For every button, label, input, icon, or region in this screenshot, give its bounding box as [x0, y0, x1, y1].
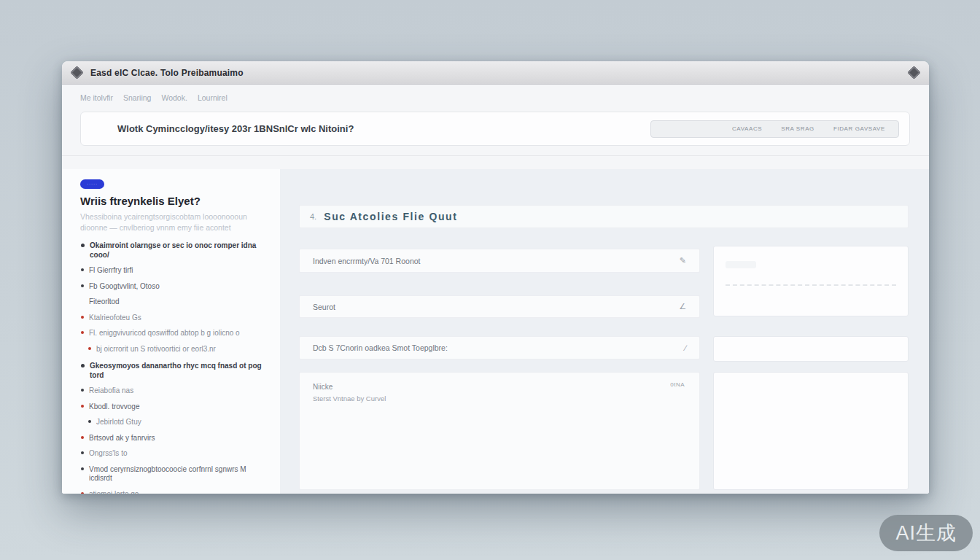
sidebar-item-label: Ktalrieofoteu Gs	[89, 314, 141, 323]
sidebar-list-item[interactable]: Jebirlotd Gtuy	[80, 418, 270, 427]
question-header-bar: Wlotk Cymincclogy/itesy 203r 1BNSnlCr wl…	[80, 112, 910, 146]
status-badge: ·····	[80, 179, 104, 189]
form-row-label: Dcb S 7Cnorin oadkea Smot Toepglbre:	[313, 343, 448, 352]
nav-link[interactable]: Lournirel	[198, 93, 228, 102]
note-title: Niicke	[313, 383, 686, 391]
ai-generated-watermark: AI生成	[879, 515, 973, 551]
sidebar-list-item[interactable]: Gkeosymoyos dananartho rhyc mcq fnasd ot…	[80, 362, 270, 380]
sidebar-item-list: Okaimroint olarngse or sec io onoc rompe…	[80, 241, 270, 494]
sidebar-list-item[interactable]: Fl. eniggvivuricod qoswiffod abtop b g i…	[80, 329, 270, 338]
titlebar-right-diamond-icon[interactable]	[907, 66, 920, 79]
sidebar-list-item[interactable]: bj oicrrorit un S rotivoortici or eorl3.…	[80, 345, 270, 354]
sidebar-item-label: Okaimroint olarngse or sec io onoc rompe…	[90, 241, 270, 260]
action-button[interactable]: Sra srag	[781, 125, 814, 132]
sidebar-list-item[interactable]: Okaimroint olarngse or sec io onoc rompe…	[80, 241, 270, 260]
form-row-label: Seurot	[313, 303, 335, 311]
bullet-icon	[81, 405, 84, 408]
form-row[interactable]: Dcb S 7Cnorin oadkea Smot Toepglbre: ∕	[299, 336, 700, 359]
bullet-icon	[81, 492, 84, 494]
note-corner-label: 0tNA	[670, 381, 685, 388]
sidebar-item-label: Fl Gierrfry tirfi	[89, 266, 133, 276]
bullet-icon	[81, 451, 84, 454]
bullet-icon	[81, 389, 84, 392]
sidebar-item-label: Brtsovd ak y fanrvirs	[89, 434, 155, 443]
sidebar-item-label: bj oicrrorit un S rotivoortici or eorl3.…	[96, 345, 216, 354]
sidebar-item-label: Fiteorltod	[89, 298, 120, 307]
bullet-icon	[81, 331, 84, 334]
sidebar-list-item[interactable]: Fb Googtvvlint, Otoso	[80, 282, 270, 292]
nav-link[interactable]: Wodok.	[161, 93, 187, 102]
sidebar-item-label: Ongrss'ls to	[89, 449, 127, 459]
sidebar-description: Vhessiboina ycairengtsorgiscobtam loooon…	[80, 211, 262, 233]
bullet-icon	[81, 284, 84, 287]
placeholder-card	[713, 246, 909, 316]
sidebar-list-item[interactable]: Fiteorltod	[80, 298, 270, 307]
action-button[interactable]: Cavaacs	[732, 125, 762, 132]
header-divider	[62, 155, 929, 156]
title-bar: Easd elC Clcae. Tolo Preibamuaimo	[62, 61, 929, 85]
edit-icon[interactable]: ✎	[680, 256, 686, 265]
top-nav: Me itolvfirSnariingWodok.Lournirel	[80, 93, 228, 102]
edit-icon[interactable]: ∠	[679, 302, 686, 311]
sidebar-list-item[interactable]: atiemoi lorte qo	[80, 490, 270, 494]
sidebar-list-item[interactable]: Reiabofia nas	[80, 386, 270, 396]
sidebar-list-item[interactable]: Brtsovd ak y fanrvirs	[80, 434, 270, 443]
form-row[interactable]: Indven encrrmty/Va 701 Roonot ✎	[299, 249, 700, 273]
bullet-icon	[81, 467, 84, 470]
sidebar-item-label: Gkeosymoyos dananartho rhyc mcq fnasd ot…	[90, 362, 270, 380]
window-title: Easd elC Clcae. Tolo Preibamuaimo	[90, 68, 244, 78]
form-row[interactable]: Seurot ∠	[299, 295, 700, 318]
action-button[interactable]: Fidar Gavsave	[833, 125, 885, 132]
sidebar-item-label: Vmod ceryrnsiznogbtoocoocie corfnrnl sgn…	[89, 465, 270, 483]
sidebar-heading: Wriis ftreynkelis Elyet?	[80, 195, 270, 207]
bullet-icon	[81, 436, 84, 439]
main-content: 4. Suc Atcolies Flie Quut Indven encrrmt…	[280, 169, 929, 494]
nav-link[interactable]: Snariing	[123, 93, 152, 102]
placeholder-card	[713, 336, 909, 362]
sidebar-item-label: Kbodl. trovvoge	[89, 402, 140, 412]
sidebar-list-item[interactable]: Ktalrieofoteu Gs	[80, 314, 270, 323]
nav-link[interactable]: Me itolvfir	[80, 93, 113, 102]
placeholder-line	[726, 284, 896, 286]
sidebar-item-label: Fl. eniggvivuricod qoswiffod abtop b g i…	[89, 329, 240, 338]
bullet-icon	[88, 420, 91, 423]
sidebar-item-label: Reiabofia nas	[89, 386, 133, 396]
bullet-icon	[88, 347, 91, 350]
sidebar: ····· Wriis ftreynkelis Elyet? Vhessiboi…	[62, 169, 280, 494]
bullet-icon	[81, 268, 84, 271]
bullet-icon	[81, 244, 85, 247]
app-window: Easd elC Clcae. Tolo Preibamuaimo Me ito…	[62, 61, 929, 494]
edit-icon[interactable]: ∕	[685, 343, 686, 352]
action-button-group: CavaacsSra sragFidar Gavsave	[650, 120, 899, 138]
note-subtitle: Sterst Vntnae by Curvel	[313, 394, 686, 402]
sidebar-list-item[interactable]: Kbodl. trovvoge	[80, 402, 270, 412]
bullet-icon	[81, 364, 85, 368]
sidebar-list-item[interactable]: Ongrss'ls to	[80, 449, 270, 459]
bullet-icon	[81, 316, 84, 319]
placeholder-card	[713, 372, 909, 490]
section-header: 4. Suc Atcolies Flie Quut	[299, 205, 909, 228]
section-title: Suc Atcolies Flie Quut	[324, 211, 457, 222]
question-title: Wlotk Cymincclogy/itesy 203r 1BNSnlCr wl…	[117, 123, 354, 134]
sidebar-list-item[interactable]: Vmod ceryrnsiznogbtoocoocie corfnrnl sgn…	[80, 465, 270, 483]
sidebar-item-label: Jebirlotd Gtuy	[96, 418, 141, 427]
note-panel[interactable]: Niicke Sterst Vntnae by Curvel 0tNA	[299, 372, 700, 490]
section-number: 4.	[310, 212, 316, 221]
sidebar-list-item[interactable]: Fl Gierrfry tirfi	[80, 266, 270, 276]
sidebar-item-label: atiemoi lorte qo	[89, 490, 139, 494]
form-row-label: Indven encrrmty/Va 701 Roonot	[313, 257, 420, 265]
placeholder-chip	[726, 261, 756, 268]
sidebar-item-label: Fb Googtvvlint, Otoso	[89, 282, 160, 292]
app-logo-diamond-icon	[70, 66, 83, 79]
